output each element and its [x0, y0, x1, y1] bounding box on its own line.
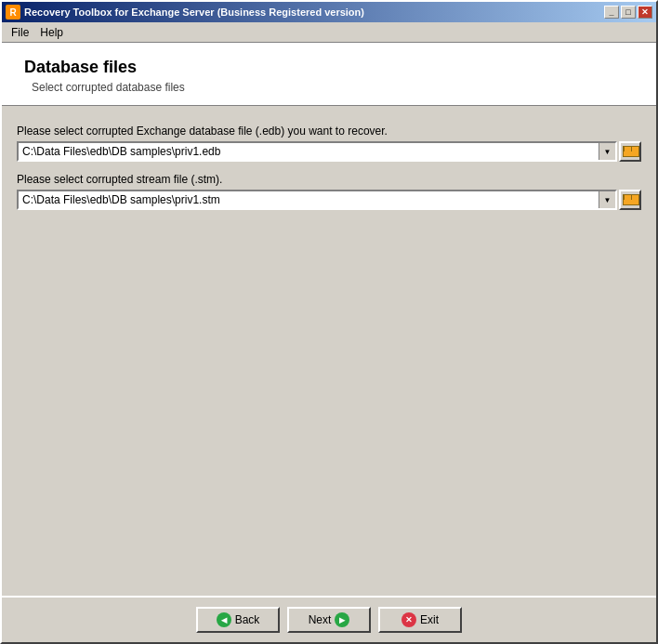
- next-button[interactable]: Next: [287, 607, 371, 633]
- stm-folder-icon: [623, 194, 638, 205]
- page-title: Database files: [24, 58, 634, 77]
- menu-file[interactable]: File: [6, 24, 34, 41]
- back-label: Back: [235, 613, 260, 626]
- back-icon: [217, 612, 231, 627]
- app-icon: R: [6, 5, 20, 20]
- stm-dropdown-arrow[interactable]: [599, 191, 615, 208]
- edb-dropdown-arrow[interactable]: [599, 143, 615, 160]
- title-bar-left: R Recovery Toolbox for Exchange Server (…: [6, 5, 364, 20]
- page-subtitle: Select corrupted database files: [32, 81, 634, 94]
- exit-x-icon: [405, 615, 413, 624]
- window-title: Recovery Toolbox for Exchange Server (Bu…: [24, 7, 364, 18]
- footer-section: Back Next Exit: [2, 596, 656, 642]
- maximize-button[interactable]: □: [621, 6, 636, 19]
- back-button[interactable]: Back: [196, 607, 280, 633]
- folder-icon: [623, 146, 638, 157]
- content-area: Database files Select corrupted database…: [2, 43, 656, 642]
- main-section: Please select corrupted Exchange databas…: [2, 106, 656, 596]
- exit-label: Exit: [420, 613, 439, 626]
- main-window: R Recovery Toolbox for Exchange Server (…: [0, 0, 658, 644]
- minimize-button[interactable]: _: [604, 6, 619, 19]
- edb-field-row: C:\Data Files\edb\DB samples\priv1.edb: [17, 141, 641, 162]
- menu-help[interactable]: Help: [34, 24, 69, 41]
- back-arrow-icon: [221, 615, 227, 624]
- menu-bar: File Help: [2, 22, 656, 43]
- stm-dropdown[interactable]: C:\Data Files\edb\DB samples\priv1.stm: [17, 190, 617, 210]
- stm-field-group: Please select corrupted stream file (.st…: [17, 173, 641, 210]
- stm-browse-button[interactable]: [619, 190, 641, 210]
- edb-dropdown[interactable]: C:\Data Files\edb\DB samples\priv1.edb: [17, 141, 617, 162]
- next-icon: [335, 612, 349, 627]
- edb-field-group: Please select corrupted Exchange databas…: [17, 125, 641, 162]
- stm-value: C:\Data Files\edb\DB samples\priv1.stm: [19, 193, 599, 206]
- edb-value: C:\Data Files\edb\DB samples\priv1.edb: [19, 145, 599, 158]
- close-button[interactable]: ✕: [638, 6, 652, 19]
- exit-icon: [401, 612, 416, 627]
- next-label: Next: [309, 613, 332, 626]
- next-arrow-icon: [339, 615, 345, 624]
- edb-label: Please select corrupted Exchange databas…: [17, 125, 641, 138]
- stm-label: Please select corrupted stream file (.st…: [17, 173, 641, 186]
- title-bar: R Recovery Toolbox for Exchange Server (…: [2, 2, 656, 22]
- exit-button[interactable]: Exit: [378, 607, 462, 633]
- stm-field-row: C:\Data Files\edb\DB samples\priv1.stm: [17, 190, 641, 210]
- header-section: Database files Select corrupted database…: [2, 43, 656, 106]
- title-bar-buttons: _ □ ✕: [604, 6, 652, 19]
- edb-browse-button[interactable]: [619, 141, 641, 162]
